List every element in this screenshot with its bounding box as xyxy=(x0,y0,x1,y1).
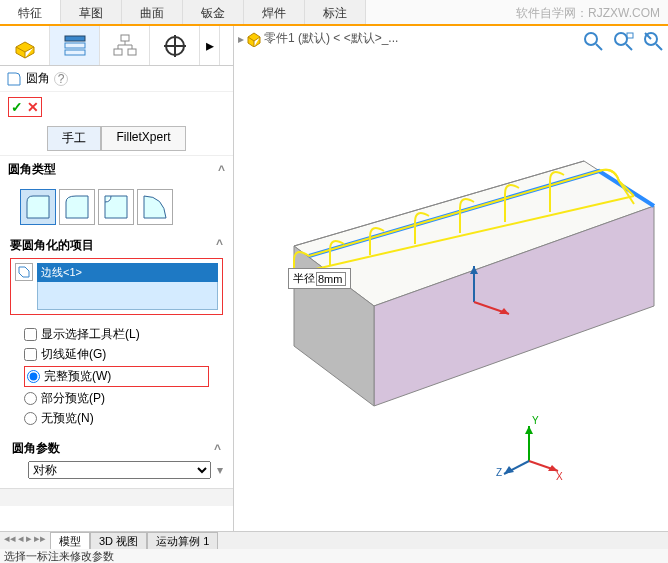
zoom-area-icon[interactable] xyxy=(612,30,634,52)
items-header[interactable]: 要圆角化的项目 ^ xyxy=(10,237,223,254)
svg-rect-3 xyxy=(121,35,129,41)
crosshair-icon xyxy=(162,33,188,59)
confirm-box: ✓ ✕ xyxy=(8,97,42,117)
footer-tab-model[interactable]: 模型 xyxy=(50,532,90,549)
dimension-label[interactable]: 半径 xyxy=(288,268,351,289)
no-preview-radio[interactable]: 无预览(N) xyxy=(24,410,209,427)
svg-text:Z: Z xyxy=(496,467,502,478)
fillet-type-face[interactable] xyxy=(98,189,134,225)
triad-icon[interactable]: Y X Z xyxy=(494,416,564,486)
fillet-icon xyxy=(6,71,22,87)
menu-tab-surface[interactable]: 曲面 xyxy=(122,0,183,24)
selection-list[interactable]: 边线<1> xyxy=(37,263,218,310)
panel-tab-origin[interactable] xyxy=(150,26,200,65)
footer-nav[interactable]: ◂◂◂▸▸▸ xyxy=(0,532,50,549)
panel-tab-more[interactable]: ▸ xyxy=(200,26,220,65)
symmetry-select[interactable]: 对称 xyxy=(28,461,211,479)
svg-rect-0 xyxy=(65,36,85,41)
tree-icon xyxy=(62,33,88,59)
menu-bar: 特征 草图 曲面 钣金 焊件 标注 软件自学网：RJZXW.COM xyxy=(0,0,668,26)
panel-tab-tree[interactable] xyxy=(50,26,100,65)
full-preview-radio[interactable]: 完整预览(W) xyxy=(24,366,209,387)
show-toolbar-checkbox[interactable]: 显示选择工具栏(L) xyxy=(24,326,209,343)
partial-preview-radio[interactable]: 部分预览(P) xyxy=(24,390,209,407)
view-tools xyxy=(582,30,664,52)
fillet-type-group xyxy=(0,183,233,231)
svg-point-8 xyxy=(615,33,627,45)
view-prev-icon[interactable] xyxy=(642,30,664,52)
panel-tabs: ▸ xyxy=(0,26,233,66)
part-icon xyxy=(246,31,262,47)
tangent-checkbox[interactable]: 切线延伸(G) xyxy=(24,346,209,363)
panel-tab-features[interactable] xyxy=(0,26,50,65)
chevron-right-icon: ▸ xyxy=(206,36,214,55)
breadcrumb[interactable]: ▸ 零件1 (默认) < <默认>_... xyxy=(238,30,398,47)
feature-name: 圆角 xyxy=(26,70,50,87)
footer-tab-3dview[interactable]: 3D 视图 xyxy=(90,532,147,549)
svg-text:Y: Y xyxy=(532,416,539,426)
viewport-3d[interactable]: ▸ 零件1 (默认) < <默认>_... xyxy=(234,26,668,546)
panel-tab-hierarchy[interactable] xyxy=(100,26,150,65)
cancel-button[interactable]: ✕ xyxy=(27,99,39,115)
watermark-text: 软件自学网：RJZXW.COM xyxy=(508,0,668,24)
svg-rect-4 xyxy=(114,49,122,55)
chevron-up-icon: ^ xyxy=(216,237,223,254)
panel-scrollbar[interactable] xyxy=(0,488,233,506)
menu-tab-annotation[interactable]: 标注 xyxy=(305,0,366,24)
selection-blank[interactable] xyxy=(37,282,218,310)
radius-input[interactable] xyxy=(316,272,346,286)
params-header[interactable]: 圆角参数 ^ xyxy=(10,436,223,461)
feature-header: 圆角 ? xyxy=(0,66,233,92)
breadcrumb-text: 零件1 (默认) < <默认>_... xyxy=(264,30,398,47)
svg-rect-1 xyxy=(65,43,85,48)
filletxpert-mode-button[interactable]: FilletXpert xyxy=(101,126,185,151)
chevron-down-icon: ▾ xyxy=(217,463,223,477)
svg-point-7 xyxy=(585,33,597,45)
footer-tabs: ◂◂◂▸▸▸ 模型 3D 视图 运动算例 1 xyxy=(0,531,668,549)
menu-tab-weld[interactable]: 焊件 xyxy=(244,0,305,24)
ok-button[interactable]: ✓ xyxy=(11,99,23,115)
svg-rect-9 xyxy=(627,33,633,38)
chevron-up-icon: ^ xyxy=(214,442,221,456)
radius-label: 半径 xyxy=(293,271,315,286)
selection-box: 边线<1> xyxy=(10,258,223,315)
menu-tab-feature[interactable]: 特征 xyxy=(0,0,61,24)
fillet-type-variable[interactable] xyxy=(59,189,95,225)
menu-tab-sketch[interactable]: 草图 xyxy=(61,0,122,24)
svg-rect-5 xyxy=(128,49,136,55)
fillet-type-constant[interactable] xyxy=(20,189,56,225)
svg-text:X: X xyxy=(556,471,563,482)
edge-icon[interactable] xyxy=(15,263,33,281)
fillet-type-full[interactable] xyxy=(137,189,173,225)
fillet-type-header[interactable]: 圆角类型 ^ xyxy=(0,155,233,183)
hierarchy-icon xyxy=(112,33,138,59)
cubes-icon xyxy=(12,33,38,59)
status-bar: 选择一标注来修改参数 xyxy=(0,549,668,563)
breadcrumb-arrow-icon: ▸ xyxy=(238,32,244,46)
help-icon[interactable]: ? xyxy=(54,72,68,86)
footer-tab-motion[interactable]: 运动算例 1 xyxy=(147,532,218,549)
chevron-up-icon: ^ xyxy=(218,163,225,177)
svg-rect-2 xyxy=(65,50,85,55)
manual-mode-button[interactable]: 手工 xyxy=(47,126,101,151)
menu-tab-sheetmetal[interactable]: 钣金 xyxy=(183,0,244,24)
zoom-fit-icon[interactable] xyxy=(582,30,604,52)
property-panel: ▸ 圆角 ? ✓ ✕ 手工 FilletXpert 圆角类型 ^ xyxy=(0,26,234,546)
selection-item[interactable]: 边线<1> xyxy=(37,263,218,282)
